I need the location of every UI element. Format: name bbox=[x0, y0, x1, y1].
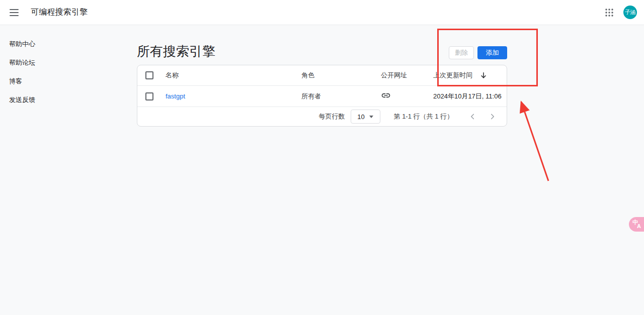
sort-desc-icon[interactable] bbox=[479, 71, 488, 79]
column-header-last-updated[interactable]: 上次更新时间 bbox=[433, 71, 507, 80]
pagination-range-label: 第 1-1 行（共 1 行） bbox=[394, 112, 453, 121]
menu-icon[interactable] bbox=[8, 7, 20, 19]
apps-grid-icon[interactable] bbox=[603, 7, 615, 19]
search-engines-table: 名称 角色 公开网址 上次更新时间 fastgpt 所有者 bbox=[137, 65, 507, 127]
engine-role: 所有者 bbox=[301, 92, 381, 101]
table-header-row: 名称 角色 公开网址 上次更新时间 bbox=[137, 65, 507, 86]
sidebar: 帮助中心 帮助论坛 博客 发送反馈 bbox=[0, 25, 121, 109]
column-header-role[interactable]: 角色 bbox=[301, 71, 381, 80]
column-header-public-url[interactable]: 公开网址 bbox=[381, 71, 433, 80]
sidebar-item-help-forum[interactable]: 帮助论坛 bbox=[0, 53, 121, 72]
table-pagination: 每页行数 10 第 1-1 行（共 1 行） bbox=[137, 107, 507, 126]
top-bar: 可编程搜索引擎 子涵 bbox=[0, 0, 644, 25]
avatar[interactable]: 子涵 bbox=[623, 6, 637, 19]
rows-per-page-label: 每页行数 bbox=[319, 112, 345, 121]
toolbar: 删除 添加 bbox=[449, 46, 507, 59]
translate-en-glyph: A bbox=[637, 223, 641, 229]
translate-button[interactable]: 中 A bbox=[629, 217, 644, 232]
app-title: 可编程搜索引擎 bbox=[31, 7, 88, 18]
caret-down-icon bbox=[369, 116, 373, 118]
column-header-last-updated-label: 上次更新时间 bbox=[433, 71, 472, 80]
delete-button[interactable]: 删除 bbox=[449, 46, 474, 59]
sidebar-item-send-feedback[interactable]: 发送反馈 bbox=[0, 90, 121, 109]
column-header-name[interactable]: 名称 bbox=[166, 71, 301, 80]
previous-page-button[interactable] bbox=[466, 111, 478, 123]
rows-per-page-select[interactable]: 10 bbox=[351, 110, 380, 124]
row-checkbox[interactable] bbox=[145, 92, 153, 100]
sidebar-item-help-center[interactable]: 帮助中心 bbox=[0, 35, 121, 53]
sidebar-item-blog[interactable]: 博客 bbox=[0, 72, 121, 90]
add-button[interactable]: 添加 bbox=[477, 46, 507, 59]
programmable-search-engine-page: 可编程搜索引擎 子涵 帮助中心 帮助论坛 博客 发送反馈 所有搜索引擎 删除 添… bbox=[0, 0, 644, 315]
next-page-button[interactable] bbox=[487, 111, 499, 123]
rows-per-page-value: 10 bbox=[357, 113, 364, 121]
engine-name-link[interactable]: fastgpt bbox=[166, 92, 185, 100]
table-row: fastgpt 所有者 2024年10月17日, 11:06 bbox=[137, 86, 507, 107]
page-title: 所有搜索引擎 bbox=[137, 43, 215, 60]
last-updated-value: 2024年10月17日, 11:06 bbox=[433, 92, 502, 101]
select-all-checkbox[interactable] bbox=[145, 71, 153, 79]
link-icon[interactable] bbox=[381, 90, 391, 100]
